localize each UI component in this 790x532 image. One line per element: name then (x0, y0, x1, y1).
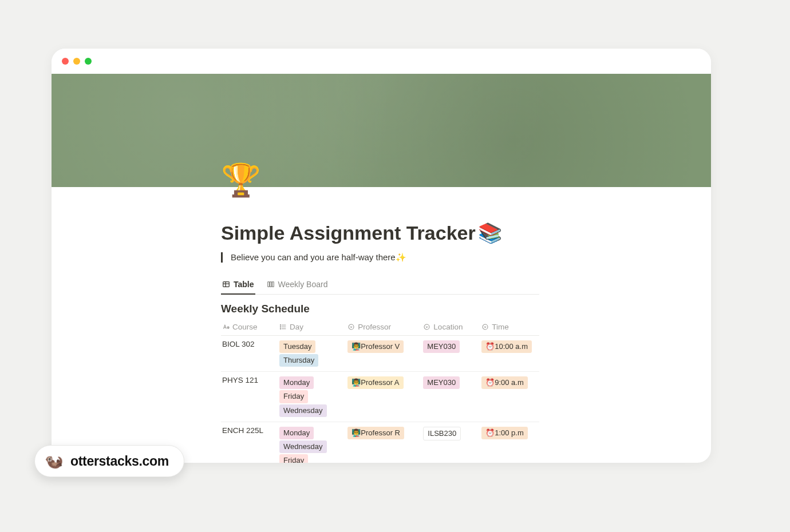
cell-location[interactable]: MEY030 (417, 336, 476, 372)
page-title-text: Simple Assignment Tracker (221, 222, 476, 244)
title-property-icon (222, 323, 230, 331)
svg-point-10 (280, 327, 281, 327)
select-property-icon (347, 323, 355, 331)
day-tag: Monday (279, 427, 314, 439)
location-tag: ILSB230 (423, 427, 461, 440)
svg-point-9 (280, 325, 281, 325)
page-cover[interactable] (52, 74, 711, 187)
cell-professor[interactable]: 👨‍🏫Professor A (342, 372, 417, 422)
svg-rect-5 (272, 282, 274, 287)
close-button[interactable] (62, 58, 69, 65)
day-tag: Tuesday (279, 340, 315, 353)
column-header-day[interactable]: Day (274, 319, 342, 336)
select-property-icon (423, 323, 430, 331)
cell-location[interactable]: MEY030 (417, 372, 476, 422)
cell-professor[interactable]: 👨‍🏫Professor V (342, 336, 417, 372)
time-tag: ⏰9:00 a.m (481, 376, 528, 389)
column-header-location[interactable]: Location (417, 319, 476, 336)
column-label: Professor (358, 323, 391, 331)
column-label: Time (492, 323, 509, 331)
cell-day[interactable]: TuesdayThursday (274, 336, 342, 372)
time-tag: ⏰10:00 a.m (481, 340, 532, 353)
column-header-time[interactable]: Time (476, 319, 539, 336)
svg-rect-4 (270, 282, 271, 287)
tab-weekly-board[interactable]: Weekly Board (266, 276, 329, 295)
cell-course[interactable]: PHYS 121 (221, 372, 274, 422)
course-name: PHYS 121 (222, 376, 258, 384)
minimize-button[interactable] (73, 58, 80, 65)
course-name: ENCH 225L (222, 426, 263, 435)
maximize-button[interactable] (85, 58, 92, 65)
day-tag: Thursday (279, 354, 318, 367)
page-title[interactable]: Simple Assignment Tracker 📚 (221, 221, 539, 244)
page-icon[interactable]: 🏆 (221, 164, 261, 196)
cell-day[interactable]: MondayWednesdayFriday (274, 422, 342, 463)
titlebar (52, 49, 711, 74)
cell-day[interactable]: MondayFridayWednesday (274, 372, 342, 422)
table-icon (222, 280, 230, 288)
day-tag: Friday (279, 454, 308, 463)
course-name: BIOL 302 (222, 340, 255, 348)
professor-tag: 👨‍🏫Professor A (347, 376, 403, 389)
tab-table[interactable]: Table (221, 276, 255, 295)
day-tag: Monday (279, 376, 314, 389)
svg-rect-0 (223, 282, 230, 287)
professor-tag: 👨‍🏫Professor R (347, 427, 404, 439)
column-header-course[interactable]: Course (221, 319, 274, 336)
svg-point-12 (349, 324, 354, 329)
otter-icon: 🦦 (45, 452, 62, 470)
schedule-table: Course Day Professor Location Time (221, 319, 539, 463)
board-icon (267, 280, 275, 288)
column-label: Location (433, 323, 463, 331)
svg-point-14 (483, 324, 488, 329)
cell-course[interactable]: BIOL 302 (221, 336, 274, 372)
watermark-text: otterstacks.com (70, 454, 169, 469)
cell-time[interactable]: ⏰10:00 a.m (476, 336, 539, 372)
cell-time[interactable]: ⏰9:00 a.m (476, 372, 539, 422)
cell-time[interactable]: ⏰1:00 p.m (476, 422, 539, 463)
table-row[interactable]: ENCH 225LMondayWednesdayFriday👨‍🏫Profess… (221, 422, 539, 463)
view-tabs: Table Weekly Board (221, 276, 539, 295)
books-icon: 📚 (478, 221, 502, 244)
day-tag: Friday (279, 390, 308, 403)
cell-location[interactable]: ILSB230 (417, 422, 476, 463)
column-header-professor[interactable]: Professor (342, 319, 417, 336)
quote-text: Believe you can and you are half-way the… (231, 252, 406, 262)
cell-course[interactable]: ENCH 225L (221, 422, 274, 463)
column-label: Day (290, 323, 303, 331)
svg-point-13 (424, 324, 429, 329)
professor-tag: 👨‍🏫Professor V (347, 340, 404, 353)
location-tag: MEY030 (423, 340, 460, 353)
day-tag: Wednesday (279, 404, 326, 417)
column-label: Course (232, 323, 258, 331)
table-row[interactable]: BIOL 302TuesdayThursday👨‍🏫Professor VMEY… (221, 336, 539, 372)
app-window: 🏆 Simple Assignment Tracker 📚 Believe yo… (52, 49, 711, 463)
time-tag: ⏰1:00 p.m (481, 427, 528, 439)
multiselect-property-icon (279, 323, 287, 331)
tab-label: Weekly Board (278, 280, 328, 289)
svg-point-11 (280, 328, 281, 329)
svg-rect-3 (267, 282, 269, 287)
database-title[interactable]: Weekly Schedule (221, 303, 539, 315)
day-tag: Wednesday (279, 440, 326, 453)
location-tag: MEY030 (423, 376, 460, 389)
table-row[interactable]: PHYS 121MondayFridayWednesday👨‍🏫Professo… (221, 372, 539, 422)
tab-label: Table (234, 280, 254, 289)
select-property-icon (481, 323, 489, 331)
cell-professor[interactable]: 👨‍🏫Professor R (342, 422, 417, 463)
quote-block[interactable]: Believe you can and you are half-way the… (221, 252, 539, 263)
watermark-pill[interactable]: 🦦 otterstacks.com (34, 445, 184, 477)
